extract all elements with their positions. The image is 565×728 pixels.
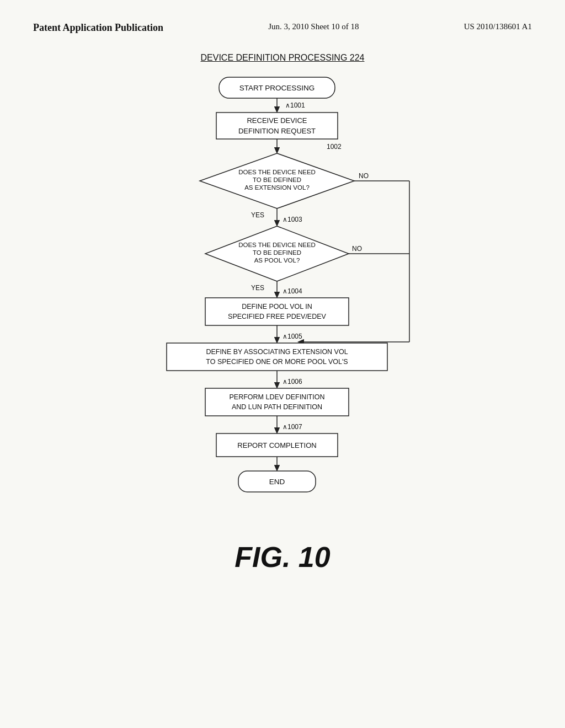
svg-rect-36: [167, 343, 387, 371]
svg-text:∧1007: ∧1007: [282, 423, 302, 431]
svg-text:∧1005: ∧1005: [282, 333, 302, 340]
svg-text:TO SPECIFIED ONE OR MORE POOL : TO SPECIFIED ONE OR MORE POOL VOL'S: [206, 358, 348, 366]
svg-text:DOES THE DEVICE NEED: DOES THE DEVICE NEED: [238, 242, 316, 248]
figure-label: FIG. 10: [33, 540, 532, 574]
svg-text:YES: YES: [251, 284, 264, 292]
svg-text:∧1003: ∧1003: [282, 216, 302, 223]
svg-text:∧1001: ∧1001: [285, 101, 305, 109]
svg-text:∧1006: ∧1006: [282, 378, 302, 386]
svg-text:NO: NO: [359, 172, 369, 180]
svg-text:SPECIFIED FREE PDEV/EDEV: SPECIFIED FREE PDEV/EDEV: [228, 313, 326, 320]
svg-text:DOES THE DEVICE NEED: DOES THE DEVICE NEED: [238, 169, 316, 175]
header-center: Jun. 3, 2010 Sheet 10 of 18: [268, 22, 359, 31]
svg-text:DEFINE BY ASSOCIATING EXTENSIO: DEFINE BY ASSOCIATING EXTENSION VOL: [206, 348, 348, 356]
svg-text:PERFORM LDEV DEFINITION: PERFORM LDEV DEFINITION: [230, 393, 325, 401]
svg-text:END: END: [269, 478, 285, 486]
svg-text:DEFINITION REQUEST: DEFINITION REQUEST: [238, 127, 316, 135]
svg-text:NO: NO: [352, 245, 362, 253]
diagram-title: DEVICE DEFINITION PROCESSING 224: [201, 53, 365, 63]
svg-text:AS POOL VOL?: AS POOL VOL?: [254, 257, 300, 264]
svg-text:DEFINE POOL VOL IN: DEFINE POOL VOL IN: [242, 303, 312, 311]
svg-rect-41: [205, 388, 349, 416]
svg-text:AS EXTENSION VOL?: AS EXTENSION VOL?: [244, 184, 310, 191]
header-left: Patent Application Publication: [33, 22, 163, 34]
header: Patent Application Publication Jun. 3, 2…: [33, 22, 532, 36]
svg-rect-30: [205, 298, 349, 325]
svg-text:AND LUN PATH DEFINITION: AND LUN PATH DEFINITION: [232, 403, 322, 411]
svg-text:START PROCESSING: START PROCESSING: [239, 84, 315, 92]
header-right: US 2010/138601 A1: [464, 22, 532, 31]
svg-text:REPORT COMPLETION: REPORT COMPLETION: [237, 441, 316, 449]
flowchart-svg: START PROCESSING ∧1001 RECEIVE DEVICE DE…: [122, 72, 443, 529]
svg-text:RECEIVE DEVICE: RECEIVE DEVICE: [247, 116, 307, 125]
svg-text:1002: 1002: [327, 143, 342, 151]
svg-text:TO BE DEFINED: TO BE DEFINED: [253, 249, 301, 256]
svg-text:∧1004: ∧1004: [282, 287, 302, 295]
svg-text:TO BE DEFINED: TO BE DEFINED: [253, 176, 301, 183]
svg-text:YES: YES: [251, 211, 264, 219]
page: Patent Application Publication Jun. 3, 2…: [0, 0, 565, 728]
flowchart-container: DEVICE DEFINITION PROCESSING 224 START P…: [33, 53, 532, 529]
